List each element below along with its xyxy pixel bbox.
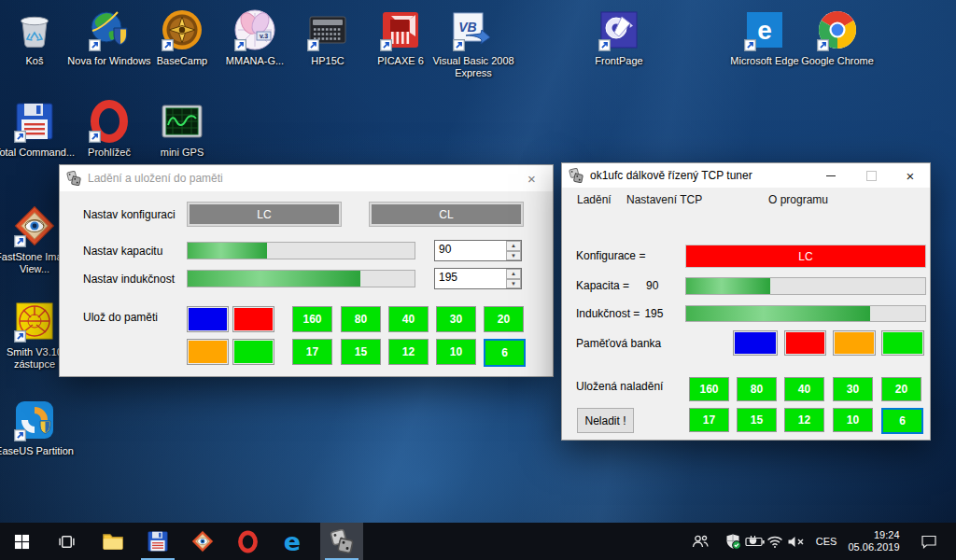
task-view-button[interactable] [45, 523, 88, 560]
band-button-20[interactable]: 20 [484, 306, 524, 332]
close-button[interactable]: × [511, 165, 553, 191]
band-button-15[interactable]: 15 [737, 408, 777, 432]
faststone-eye-icon [190, 529, 215, 553]
mini-gps-icon [160, 99, 204, 144]
minimize-button[interactable] [809, 163, 851, 188]
maximize-icon [866, 171, 877, 181]
desktop-icon-basecamp[interactable]: BaseCamp [140, 7, 224, 67]
maximize-button[interactable] [851, 163, 891, 188]
desktop-icon-hp15c[interactable]: HP15C [286, 7, 370, 67]
desktop-icon-opera[interactable]: Prohlížeč [67, 99, 151, 159]
band-button-30[interactable]: 30 [833, 377, 873, 401]
desktop-icon-recycle-bin[interactable]: Koš [0, 7, 77, 67]
inductance-progress-fill [686, 306, 870, 321]
band-button-20[interactable]: 20 [881, 377, 921, 401]
bank-red-button[interactable] [784, 330, 826, 356]
shortcut-arrow-icon [234, 39, 246, 51]
inductance-spinner[interactable]: 195 ▲▼ [434, 268, 522, 289]
desktop-icon-picaxe[interactable]: PICAXE 6 [358, 7, 443, 67]
shortcut-arrow-icon [744, 39, 756, 51]
desktop-icon-mini-gps[interactable]: mini GPS [140, 99, 224, 159]
band-button-10[interactable]: 10 [436, 339, 476, 365]
inductance-label: Indukčnost = [576, 307, 640, 320]
shortcut-arrow-icon [14, 429, 26, 441]
menu-nastaveni-tcp[interactable]: Nastavení TCP [626, 193, 702, 206]
tray-language[interactable]: CES [812, 523, 840, 560]
desktop-icon-label: Koš [0, 55, 77, 67]
taskbar-opera[interactable] [226, 523, 269, 560]
easeus-partition-icon [12, 398, 57, 442]
desktop-icon-easeus[interactable]: EaseUS Partition [0, 398, 77, 457]
band-button-12[interactable]: 12 [388, 339, 429, 365]
band-button-15[interactable]: 15 [341, 339, 381, 365]
band-button-6[interactable]: 6 [881, 408, 923, 434]
spin-up-icon[interactable]: ▲ [506, 269, 521, 279]
taskbar-edge[interactable]: e [271, 523, 314, 560]
desktop-icon-total-commander[interactable]: Total Command... [0, 99, 77, 159]
action-center-button[interactable] [915, 523, 943, 560]
bank-blue-button[interactable] [733, 330, 778, 356]
desktop-icon-chrome[interactable]: Google Chrome [795, 7, 879, 67]
shortcut-arrow-icon [89, 39, 101, 51]
lc-button[interactable]: LC [187, 202, 342, 227]
tray-date: 05.06.2019 [848, 541, 899, 553]
desktop-icon-nova[interactable]: Nova for Windows [67, 7, 151, 67]
menu-ladeni[interactable]: Ladění [577, 193, 612, 206]
opera-icon [236, 530, 260, 553]
band-button-40[interactable]: 40 [784, 377, 824, 401]
taskbar-faststone[interactable] [181, 523, 224, 560]
action-center-icon [921, 534, 937, 549]
bank-green-button[interactable] [881, 330, 924, 356]
memory-window-titlebar[interactable]: Ladění a uložení do paměti × [60, 165, 553, 191]
band-button-40[interactable]: 40 [388, 306, 429, 332]
taskbar-file-explorer[interactable] [91, 523, 134, 560]
bank-blue-button[interactable] [187, 306, 229, 332]
menu-o-programu[interactable]: O programu [768, 193, 828, 206]
tray-defender[interactable] [722, 523, 744, 560]
close-button[interactable]: × [891, 163, 930, 188]
tray-wifi[interactable] [764, 523, 786, 560]
desktop-icon-visual-basic[interactable]: VB Visual Basic 2008 Express [431, 7, 515, 79]
spinner-buttons: ▲▼ [506, 269, 521, 288]
band-button-10[interactable]: 10 [833, 408, 873, 432]
shortcut-arrow-icon [380, 39, 392, 51]
cl-button[interactable]: CL [369, 202, 524, 227]
tray-people[interactable] [689, 523, 711, 560]
desktop-icon-label: Total Command... [0, 147, 77, 159]
desktop-icon-frontpage[interactable]: FrontPage [577, 7, 661, 67]
recycle-bin-icon [12, 7, 57, 52]
capacity-spinner[interactable]: 90 ▲▼ [434, 240, 522, 261]
tray-clock[interactable]: 19:2405.06.2019 [842, 523, 906, 560]
close-icon: × [527, 172, 536, 186]
tuner-window-titlebar[interactable]: ok1ufc dálkově řízený TCP tuner × [562, 163, 930, 188]
band-button-80[interactable]: 80 [341, 306, 381, 332]
start-button[interactable] [0, 523, 43, 560]
window-title: Ladění a uložení do paměti [88, 172, 223, 185]
shortcut-arrow-icon [817, 39, 829, 51]
band-button-6[interactable]: 6 [484, 339, 526, 367]
band-button-30[interactable]: 30 [436, 306, 476, 332]
taskbar-total-commander[interactable] [136, 523, 179, 560]
desktop-icon-mmana[interactable]: v.3 MMANA-G... [213, 7, 297, 67]
band-button-12[interactable]: 12 [784, 408, 824, 432]
spin-down-icon[interactable]: ▼ [506, 251, 521, 261]
detune-button[interactable]: Neladit ! [577, 408, 634, 433]
inductance-progress-fill [188, 271, 360, 287]
shortcut-arrow-icon [14, 131, 26, 143]
bank-orange-button[interactable] [833, 330, 876, 356]
bank-red-button[interactable] [232, 306, 274, 332]
taskbar-tuner-app-active[interactable] [320, 523, 363, 560]
band-button-160[interactable]: 160 [689, 377, 729, 401]
desktop-icon-edge[interactable]: e Microsoft Edge [723, 7, 807, 67]
spin-down-icon[interactable]: ▼ [506, 279, 521, 289]
tray-volume-muted[interactable] [784, 523, 808, 560]
window-title: ok1ufc dálkově řízený TCP tuner [590, 169, 752, 182]
bank-orange-button[interactable] [187, 339, 229, 365]
band-button-17[interactable]: 17 [292, 339, 332, 365]
band-button-80[interactable]: 80 [737, 377, 777, 401]
bank-green-button[interactable] [232, 339, 274, 365]
band-button-17[interactable]: 17 [689, 408, 729, 432]
spin-up-icon[interactable]: ▲ [506, 241, 521, 251]
band-button-160[interactable]: 160 [292, 306, 332, 332]
desktop-icon-label: HP15C [286, 55, 370, 67]
